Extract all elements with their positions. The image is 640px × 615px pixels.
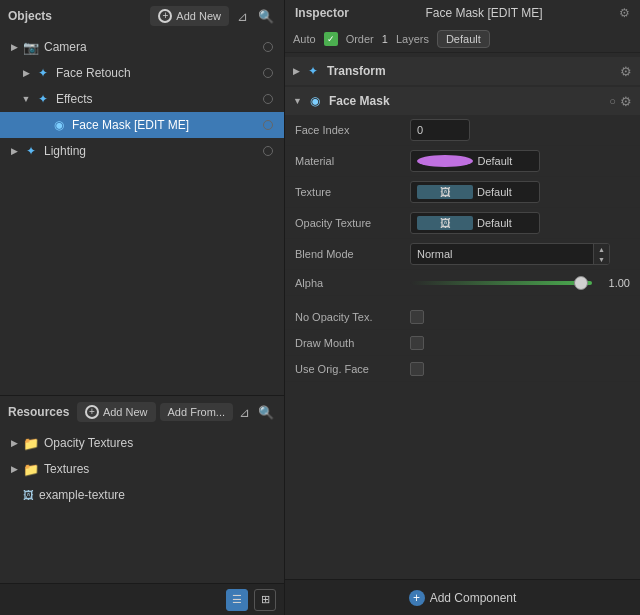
arrow-face-retouch: ▶ <box>20 67 32 79</box>
tree-item-effects[interactable]: ▼ ✦ Effects <box>0 86 284 112</box>
blend-mode-value: Normal ▲ ▼ <box>410 243 630 265</box>
texture-img-icon: 🖼 <box>417 185 473 199</box>
inspector-topbar: Auto ✓ Order 1 Layers Default <box>285 26 640 53</box>
light-icon: ✦ <box>23 143 39 159</box>
arrow-camera: ▶ <box>8 41 20 53</box>
objects-title: Objects <box>8 9 52 23</box>
draw-mouth-checkbox[interactable] <box>410 336 424 350</box>
opacity-texture-value: 🖼 Default <box>410 212 630 234</box>
filter-objects-button[interactable]: ⊿ <box>235 7 250 26</box>
resources-title: Resources <box>8 405 69 419</box>
inspector-settings-icon: ⚙ <box>619 6 630 20</box>
tree-label-camera: Camera <box>44 40 260 54</box>
face-index-label: Face Index <box>295 124 410 136</box>
use-orig-face-value <box>410 362 630 376</box>
no-opacity-tex-value <box>410 310 630 324</box>
add-from-button[interactable]: Add From... <box>160 403 233 421</box>
face-mask-icon: ◉ <box>307 93 323 109</box>
texture-dropdown-label: Default <box>477 186 533 198</box>
transform-gear-icon[interactable]: ⚙ <box>620 64 632 79</box>
no-opacity-tex-label: No Opacity Tex. <box>295 311 410 323</box>
prop-draw-mouth: Draw Mouth <box>285 330 640 356</box>
tree-item-face-mask[interactable]: ◉ Face Mask [EDIT ME] <box>0 112 284 138</box>
prop-blend-mode: Blend Mode Normal ▲ ▼ <box>285 239 640 270</box>
tree-label-lighting: Lighting <box>44 144 260 158</box>
search-objects-button[interactable]: 🔍 <box>256 7 276 26</box>
add-component-button[interactable]: + Add Component <box>409 590 517 606</box>
list-view-button[interactable]: ☰ <box>226 589 248 611</box>
prop-material: Material Default <box>285 146 640 177</box>
alpha-value-display: 1.00 <box>600 277 630 289</box>
face-mask-gear-icon[interactable]: ⚙ <box>620 94 632 109</box>
add-new-object-button[interactable]: + Add New <box>150 6 229 26</box>
arrow-lighting: ▶ <box>8 145 20 157</box>
check-icon: ✓ <box>327 34 335 44</box>
res-item-opacity-textures[interactable]: ▶ 📁 Opacity Textures <box>0 430 284 456</box>
use-orig-face-checkbox[interactable] <box>410 362 424 376</box>
order-value: 1 <box>382 33 388 45</box>
opacity-texture-label: Opacity Texture <box>295 217 410 229</box>
texture-icon-example: 🖼 <box>23 489 34 501</box>
res-item-example-texture[interactable]: ▶ 🖼 example-texture <box>0 482 284 508</box>
component-face-mask: ▼ ◉ Face Mask ○ ⚙ Face Index Material <box>285 87 640 382</box>
tree-item-face-retouch[interactable]: ▶ ✦ Face Retouch <box>0 60 284 86</box>
arrow-textures: ▶ <box>8 463 20 475</box>
fx-icon-face-retouch: ✦ <box>35 65 51 81</box>
face-index-value <box>410 119 630 141</box>
res-item-textures[interactable]: ▶ 📁 Textures <box>0 456 284 482</box>
plus-resource-icon: + <box>85 405 99 419</box>
material-dropdown[interactable]: Default <box>410 150 540 172</box>
folder-icon-opacity: 📁 <box>23 436 39 451</box>
face-mask-header[interactable]: ▼ ◉ Face Mask ○ ⚙ <box>285 87 640 115</box>
layers-button[interactable]: Default <box>437 30 490 48</box>
vis-face-retouch <box>260 65 276 81</box>
transform-icon: ✦ <box>305 63 321 79</box>
alpha-slider-container: 1.00 <box>410 277 630 289</box>
resources-section: Resources + Add New Add From... ⊿ 🔍 ▶ 📁 … <box>0 395 284 615</box>
alpha-slider-thumb[interactable] <box>574 276 588 290</box>
face-mask-vis-icon: ○ <box>609 95 616 107</box>
opacity-texture-img-icon: 🖼 <box>417 216 473 230</box>
alpha-slider-track[interactable] <box>410 281 592 285</box>
blend-up-button[interactable]: ▲ <box>594 244 609 254</box>
arrow-opacity-textures: ▶ <box>8 437 20 449</box>
search-resources-button[interactable]: 🔍 <box>256 403 276 422</box>
inspector-content: ▶ ✦ Transform ⚙ ▼ ◉ Face Mask ○ ⚙ Face I… <box>285 53 640 579</box>
prop-no-opacity-tex: No Opacity Tex. <box>285 304 640 330</box>
objects-header: Objects + Add New ⊿ 🔍 <box>0 0 284 32</box>
arrow-effects: ▼ <box>20 93 32 105</box>
opacity-texture-dropdown[interactable]: 🖼 Default <box>410 212 540 234</box>
alpha-value-container: 1.00 <box>410 277 630 289</box>
add-new-resource-label: Add New <box>103 406 148 418</box>
add-component-label: Add Component <box>430 591 517 605</box>
inspector-title: Inspector <box>295 6 349 20</box>
grid-view-button[interactable]: ⊞ <box>254 589 276 611</box>
folder-icon-textures: 📁 <box>23 462 39 477</box>
tree-item-camera[interactable]: ▶ 📷 Camera <box>0 34 284 60</box>
camera-icon: 📷 <box>23 39 39 55</box>
tree-label-effects: Effects <box>56 92 260 106</box>
transform-header[interactable]: ▶ ✦ Transform ⚙ <box>285 57 640 85</box>
resources-header: Resources + Add New Add From... ⊿ 🔍 <box>0 396 284 428</box>
tree-label-face-retouch: Face Retouch <box>56 66 260 80</box>
prop-use-orig-face: Use Orig. Face <box>285 356 640 382</box>
filter-resources-button[interactable]: ⊿ <box>237 403 252 422</box>
layers-label: Layers <box>396 33 429 45</box>
left-toolbar: ☰ ⊞ <box>0 583 284 615</box>
objects-actions: + Add New ⊿ 🔍 <box>150 6 276 26</box>
face-index-input[interactable] <box>410 119 470 141</box>
inspector-header: Inspector Face Mask [EDIT ME] ⚙ <box>285 0 640 26</box>
texture-value: 🖼 Default <box>410 181 630 203</box>
add-new-resource-button[interactable]: + Add New <box>77 402 156 422</box>
tree-item-lighting[interactable]: ▶ ✦ Lighting <box>0 138 284 164</box>
left-panel: Objects + Add New ⊿ 🔍 ▶ 📷 Camera ▶ ✦ Fac… <box>0 0 285 615</box>
texture-dropdown[interactable]: 🖼 Default <box>410 181 540 203</box>
res-label-textures: Textures <box>44 462 276 476</box>
blend-down-button[interactable]: ▼ <box>594 254 609 264</box>
texture-label: Texture <box>295 186 410 198</box>
no-opacity-tex-checkbox[interactable] <box>410 310 424 324</box>
auto-checkbox[interactable]: ✓ <box>324 32 338 46</box>
inspector-object-name: Face Mask [EDIT ME] <box>425 6 542 20</box>
blend-spinners: ▲ ▼ <box>593 244 609 264</box>
alpha-label: Alpha <box>295 277 410 289</box>
